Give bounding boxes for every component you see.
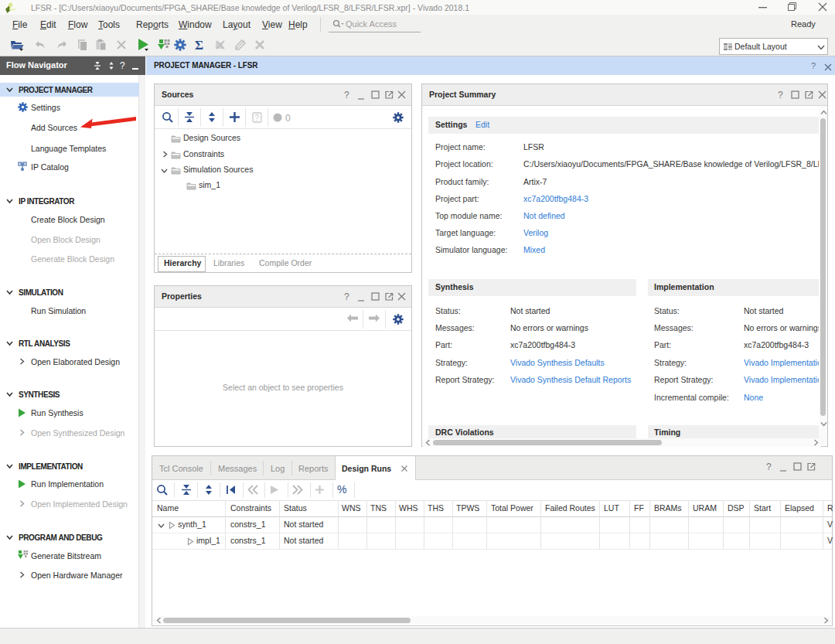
svg-text:0: 0 [285, 113, 291, 124]
svg-text:?: ? [344, 90, 349, 101]
svg-text:?: ? [778, 90, 783, 101]
svg-text:?: ? [255, 114, 260, 122]
svg-text:?: ? [766, 462, 772, 472]
svg-text:?: ? [344, 291, 349, 302]
